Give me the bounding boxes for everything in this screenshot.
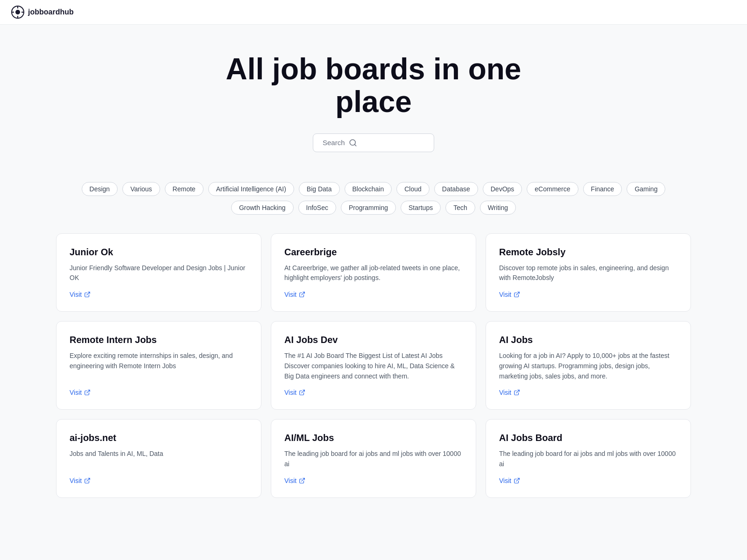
logo-icon <box>11 6 24 19</box>
external-link-icon <box>299 389 305 396</box>
svg-point-1 <box>15 10 20 14</box>
card-desc-7: The leading job board for ai jobs and ml… <box>284 449 463 469</box>
card-title-1: Careerbrige <box>284 247 463 258</box>
job-board-card-5[interactable]: AI Jobs Looking for a job in AI? Apply t… <box>486 321 691 410</box>
tag-startups[interactable]: Startups <box>401 201 441 215</box>
cards-section: Junior Ok Junior Friendly Software Devel… <box>0 226 747 517</box>
card-title-2: Remote Jobsly <box>499 247 677 258</box>
card-desc-6: Jobs and Talents in AI, ML, Data <box>70 449 248 469</box>
search-label: Search <box>323 139 345 147</box>
job-board-card-2[interactable]: Remote Jobsly Discover top remote jobs i… <box>486 233 691 312</box>
tag-writing[interactable]: Writing <box>480 201 516 215</box>
card-title-7: AI/ML Jobs <box>284 433 463 443</box>
card-desc-2: Discover top remote jobs in sales, engin… <box>499 263 677 283</box>
svg-line-8 <box>87 292 90 295</box>
card-visit-link-5[interactable]: Visit <box>499 389 677 396</box>
card-visit-link-3[interactable]: Visit <box>70 389 248 396</box>
card-desc-8: The leading job board for ai jobs and ml… <box>499 449 677 469</box>
card-desc-3: Explore exciting remote internships in s… <box>70 351 248 381</box>
job-board-card-7[interactable]: AI/ML Jobs The leading job board for ai … <box>271 419 476 497</box>
tag-finance[interactable]: Finance <box>583 182 622 196</box>
svg-line-9 <box>302 292 304 295</box>
card-title-5: AI Jobs <box>499 335 677 345</box>
svg-line-14 <box>87 478 90 481</box>
card-visit-link-6[interactable]: Visit <box>70 477 248 484</box>
card-visit-link-0[interactable]: Visit <box>70 291 248 298</box>
svg-line-11 <box>87 390 90 393</box>
site-name: jobboardhub <box>28 8 74 16</box>
external-link-icon <box>84 477 91 484</box>
tag-growth-hacking[interactable]: Growth Hacking <box>231 201 294 215</box>
job-board-card-4[interactable]: AI Jobs Dev The #1 AI Job Board The Bigg… <box>271 321 476 410</box>
external-link-icon <box>299 477 305 484</box>
card-title-4: AI Jobs Dev <box>284 335 463 345</box>
job-board-card-8[interactable]: AI Jobs Board The leading job board for … <box>486 419 691 497</box>
card-visit-link-8[interactable]: Visit <box>499 477 677 484</box>
card-title-0: Junior Ok <box>70 247 248 258</box>
tags-section: DesignVariousRemoteArtificial Intelligen… <box>0 171 747 226</box>
tag-database[interactable]: Database <box>434 182 478 196</box>
search-icon <box>349 139 357 147</box>
tag-big-data[interactable]: Big Data <box>299 182 340 196</box>
card-visit-link-1[interactable]: Visit <box>284 291 463 298</box>
job-board-card-1[interactable]: Careerbrige At Careerbrige, we gather al… <box>271 233 476 312</box>
card-visit-link-4[interactable]: Visit <box>284 389 463 396</box>
card-desc-0: Junior Friendly Software Developer and D… <box>70 263 248 283</box>
card-title-6: ai-jobs.net <box>70 433 248 443</box>
external-link-icon <box>84 291 91 298</box>
tag-tech[interactable]: Tech <box>445 201 475 215</box>
tag-ecommerce[interactable]: eCommerce <box>527 182 578 196</box>
svg-line-16 <box>516 478 519 481</box>
tag-blockchain[interactable]: Blockchain <box>345 182 392 196</box>
svg-line-7 <box>354 144 356 146</box>
tag-remote[interactable]: Remote <box>165 182 204 196</box>
job-board-card-3[interactable]: Remote Intern Jobs Explore exciting remo… <box>56 321 261 410</box>
search-bar[interactable]: Search <box>313 133 434 152</box>
job-board-card-0[interactable]: Junior Ok Junior Friendly Software Devel… <box>56 233 261 312</box>
hero-title: All job boards in one place <box>210 53 537 119</box>
svg-line-15 <box>302 478 304 481</box>
card-desc-5: Looking for a job in AI? Apply to 10,000… <box>499 351 677 381</box>
external-link-icon <box>514 389 520 396</box>
svg-line-12 <box>302 390 304 393</box>
svg-line-10 <box>516 292 519 295</box>
tag-gaming[interactable]: Gaming <box>627 182 665 196</box>
external-link-icon <box>514 291 520 298</box>
tag-infosec[interactable]: InfoSec <box>298 201 336 215</box>
card-visit-link-7[interactable]: Visit <box>284 477 463 484</box>
tag-various[interactable]: Various <box>122 182 160 196</box>
hero-section: All job boards in one place Search <box>0 25 747 171</box>
tag-cloud[interactable]: Cloud <box>396 182 430 196</box>
card-title-8: AI Jobs Board <box>499 433 677 443</box>
card-title-3: Remote Intern Jobs <box>70 335 248 345</box>
card-desc-1: At Careerbrige, we gather all job-relate… <box>284 263 463 283</box>
tag-artificial-intelligence-(ai)[interactable]: Artificial Intelligence (AI) <box>208 182 294 196</box>
external-link-icon <box>514 477 520 484</box>
tag-devops[interactable]: DevOps <box>483 182 522 196</box>
job-board-card-6[interactable]: ai-jobs.net Jobs and Talents in AI, ML, … <box>56 419 261 497</box>
card-desc-4: The #1 AI Job Board The Biggest List of … <box>284 351 463 381</box>
tag-design[interactable]: Design <box>82 182 118 196</box>
svg-line-13 <box>516 390 519 393</box>
card-visit-link-2[interactable]: Visit <box>499 291 677 298</box>
external-link-icon <box>299 291 305 298</box>
external-link-icon <box>84 389 91 396</box>
tag-programming[interactable]: Programming <box>341 201 396 215</box>
